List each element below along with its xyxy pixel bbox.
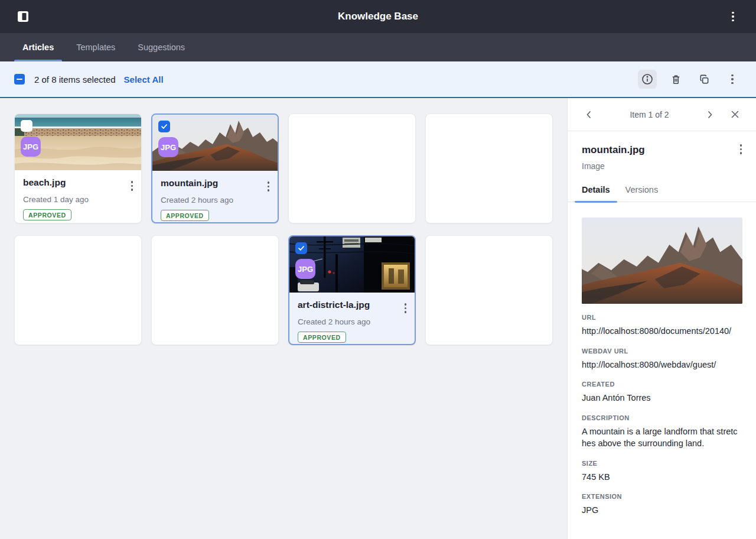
card-created-text: Created 2 hours ago [161,196,271,204]
card-grid: JPG beach.jpg Created 1 day ago APPROVED [14,113,553,345]
field-url: URL http://localhost:8080/documents/2014… [582,314,742,337]
card-filename: art-district-la.jpg [298,300,370,310]
trash-icon [670,74,682,85]
selection-count-text: 2 of 8 items selected [34,74,116,85]
panel-item-title: mountain.jpg [582,144,645,156]
card-checkbox-checked[interactable] [295,242,307,254]
field-value: A mountain is a large landform that stre… [582,426,742,450]
card-mountain[interactable]: JPG mountain.jpg Created 2 hours ago APP… [151,113,279,223]
card-grid-area: JPG beach.jpg Created 1 day ago APPROVED [0,98,567,539]
panel-tab-details[interactable]: Details [582,185,610,202]
card-art-district[interactable]: JPG art-district-la.jpg Created 2 hours … [288,235,416,345]
card-empty[interactable] [425,235,553,345]
close-panel-button[interactable] [726,106,743,123]
main-tabbar: Articles Templates Suggestions [0,33,756,61]
field-label: EXTENSION [582,493,742,500]
chevron-right-icon [705,110,715,119]
card-empty[interactable] [425,113,553,223]
info-button[interactable] [638,70,657,89]
previous-item-button[interactable] [581,106,597,123]
indeterminate-icon [17,79,22,80]
panel-pager-bar: Item 1 of 2 [568,98,756,131]
sidebar-toggle-button[interactable] [13,7,33,27]
copy-icon [699,74,710,85]
delete-button[interactable] [666,70,685,89]
field-value: JPG [582,504,742,517]
card-created-text: Created 1 day ago [23,195,134,204]
page-title: Knowledge Base [338,11,418,22]
card-beach[interactable]: JPG beach.jpg Created 1 day ago APPROVED [14,113,142,223]
card-empty[interactable] [14,235,142,345]
status-badge: APPROVED [298,332,346,343]
field-label: URL [582,314,742,321]
card-thumbnail: JPG [289,236,415,293]
card-menu-button[interactable] [403,302,408,314]
status-badge: APPROVED [161,210,209,221]
file-type-badge: JPG [295,259,315,279]
sidebar-toggle-icon [17,11,29,22]
pager-text: Item 1 of 2 [597,110,702,119]
card-menu-button[interactable] [130,180,135,192]
panel-tabbar: Details Versions [568,185,756,202]
field-value: Juan Antón Torres [582,392,742,404]
field-label: SIZE [582,460,742,467]
select-all-checkbox[interactable] [14,74,25,85]
check-icon [298,245,305,252]
field-description: DESCRIPTION A mountain is a large landfo… [582,414,742,450]
field-size: SIZE 745 KB [582,460,742,483]
field-value: http://localhost:8080/documents/20140/ [582,325,742,337]
field-label: DESCRIPTION [582,414,742,421]
check-icon [161,123,168,130]
field-webdav-url: WEBDAV URL http://localhost:8080/webdav/… [582,348,742,371]
field-label: CREATED [582,381,742,388]
toolbar-overflow-menu-button[interactable] [723,70,742,89]
kebab-icon [731,74,734,85]
app-header: Knowledge Base [0,0,756,33]
file-type-badge: JPG [21,137,41,157]
selection-toolbar: 2 of 8 items selected Select All [0,61,756,98]
info-icon [641,73,653,85]
mountain-photo [582,217,742,304]
card-menu-button[interactable] [266,180,271,193]
field-value: 745 KB [582,471,742,483]
card-thumbnail: JPG [152,115,278,171]
card-empty[interactable] [288,113,416,223]
panel-item-type: Image [582,161,742,171]
card-checkbox-unchecked[interactable] [21,120,32,132]
card-empty[interactable] [151,235,279,345]
card-created-text: Created 2 hours ago [298,317,408,326]
card-filename: beach.jpg [23,177,66,188]
close-icon [731,110,739,119]
tab-templates[interactable]: Templates [68,33,123,61]
details-panel: Item 1 of 2 mountain.jpg Image Details V… [567,98,756,539]
card-thumbnail: JPG [15,114,141,170]
panel-tab-versions[interactable]: Versions [625,185,659,202]
chevron-left-icon [584,110,594,119]
card-checkbox-checked[interactable] [158,121,170,132]
field-label: WEBDAV URL [582,348,742,355]
copy-button[interactable] [695,70,713,89]
item-preview-image [582,217,742,304]
kebab-icon [732,12,734,22]
tab-articles[interactable]: Articles [14,33,62,61]
next-item-button[interactable] [702,106,718,123]
status-badge: APPROVED [23,209,71,220]
tab-suggestions[interactable]: Suggestions [129,33,193,61]
field-extension: EXTENSION JPG [582,493,742,517]
panel-menu-button[interactable] [740,144,742,154]
header-overflow-menu-button[interactable] [723,7,743,27]
panel-details-body: URL http://localhost:8080/documents/2014… [568,202,756,517]
card-filename: mountain.jpg [161,178,218,189]
file-type-badge: JPG [158,137,178,157]
select-all-link[interactable]: Select All [124,74,164,85]
field-value: http://localhost:8080/webdav/guest/ [582,359,742,371]
field-created: CREATED Juan Antón Torres [582,381,742,404]
